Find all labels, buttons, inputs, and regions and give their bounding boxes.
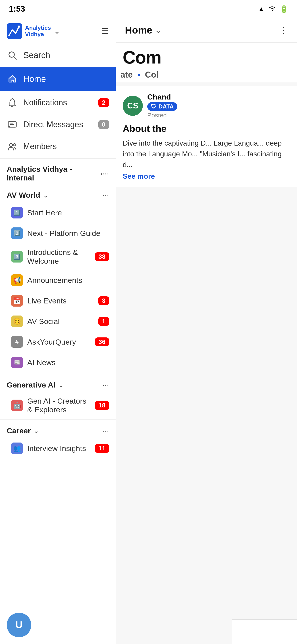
channel-start-here[interactable]: 1️⃣ Start Here bbox=[0, 202, 116, 223]
svg-rect-0 bbox=[7, 23, 22, 39]
post-card: CS Chand 🛡 DATA Posted About the Dive in… bbox=[116, 86, 297, 187]
svg-point-1 bbox=[18, 26, 20, 28]
sidebar: Analytics Vidhya ⌄ ☰ Search Home bbox=[0, 0, 116, 644]
av-internal-title-row: Analytics Vidhya - Internal › bbox=[7, 165, 102, 182]
wifi-icon bbox=[268, 5, 276, 13]
gen-ai-more-icon[interactable]: ··· bbox=[102, 380, 109, 390]
home-icon bbox=[7, 73, 18, 84]
data-badge-icon: 🛡 bbox=[151, 103, 157, 110]
community-banner: Com ate ● Col bbox=[116, 43, 297, 82]
channel-name-start-here: Start Here bbox=[27, 208, 109, 217]
channel-introductions[interactable]: 3️⃣ Introductions & Welcome 38 bbox=[0, 244, 116, 270]
channel-badge-introductions: 38 bbox=[95, 252, 109, 261]
search-icon bbox=[7, 50, 18, 61]
members-icon bbox=[7, 141, 18, 152]
career-title: Career bbox=[7, 426, 31, 435]
logo-text: Analytics Vidhya bbox=[25, 24, 51, 37]
banner-tab-ate[interactable]: ate bbox=[120, 70, 133, 80]
channel-num-1: 1️⃣ bbox=[11, 207, 23, 218]
svg-line-3 bbox=[14, 56, 16, 59]
direct-messages-label: Direct Messages bbox=[23, 120, 93, 129]
channel-next-platform[interactable]: 2️⃣ Next - Platform Guide bbox=[0, 223, 116, 244]
logo-vidhya: Vidhya bbox=[25, 31, 51, 38]
post-heading: About the bbox=[123, 124, 290, 134]
av-internal-more-icon[interactable]: ··· bbox=[102, 169, 109, 178]
svg-point-6 bbox=[13, 144, 16, 146]
banner-dot: ● bbox=[137, 72, 141, 78]
sidebar-header: Analytics Vidhya ⌄ ☰ bbox=[0, 18, 116, 44]
author-name: Chand bbox=[147, 92, 290, 101]
divider-3 bbox=[0, 420, 116, 420]
career-chevron-icon: ⌄ bbox=[33, 427, 39, 435]
notifications-item[interactable]: Notifications 2 bbox=[0, 92, 116, 114]
channel-announcements[interactable]: 📢 Announcements bbox=[0, 270, 116, 290]
direct-messages-badge: 0 bbox=[98, 120, 109, 129]
signal-icon: ▲ bbox=[258, 5, 265, 13]
search-label: Search bbox=[23, 50, 50, 60]
channel-ask-your-query[interactable]: # AskYourQuery 36 bbox=[0, 332, 116, 352]
channel-badge-live-events: 3 bbox=[98, 296, 109, 305]
home-item[interactable]: Home bbox=[0, 67, 116, 91]
see-more-button[interactable]: See more bbox=[123, 172, 290, 180]
channel-name-ask-your-query: AskYourQuery bbox=[27, 338, 90, 346]
channel-badge-ask-your-query: 36 bbox=[95, 338, 109, 346]
channel-ai-news[interactable]: 📰 AI News bbox=[0, 352, 116, 373]
av-world-title: AV World bbox=[7, 191, 40, 200]
channel-name-av-social: AV Social bbox=[27, 317, 94, 326]
notifications-badge: 2 bbox=[98, 98, 109, 107]
direct-messages-item[interactable]: Direct Messages 0 bbox=[0, 114, 116, 136]
right-header: Home ⌄ ⋮ bbox=[116, 18, 297, 43]
author-badge: 🛡 DATA bbox=[147, 102, 177, 111]
right-title-chevron-icon[interactable]: ⌄ bbox=[155, 26, 162, 35]
channel-num-ai: 📰 bbox=[11, 357, 23, 368]
post-author-row: CS Chand 🛡 DATA Posted bbox=[123, 92, 290, 119]
channel-name-announcements: Announcements bbox=[27, 276, 109, 285]
members-item[interactable]: Members bbox=[0, 136, 116, 158]
channel-live-events[interactable]: 📅 Live Events 3 bbox=[0, 290, 116, 311]
av-internal-section-header[interactable]: Analytics Vidhya - Internal › ··· bbox=[0, 160, 116, 185]
header-chevron-icon[interactable]: ⌄ bbox=[54, 26, 60, 36]
channel-num-3: 3️⃣ bbox=[11, 251, 23, 262]
user-avatar[interactable]: U bbox=[7, 613, 31, 637]
right-title: Home bbox=[125, 24, 152, 36]
status-time: 1:53 bbox=[9, 4, 25, 14]
logo[interactable]: Analytics Vidhya ⌄ bbox=[7, 23, 60, 39]
banner-tab-col[interactable]: Col bbox=[145, 70, 158, 80]
channel-name-live-events: Live Events bbox=[27, 296, 94, 305]
status-bar: 1:53 ▲ 🔋 bbox=[0, 0, 297, 18]
career-section-header[interactable]: Career ⌄ ··· bbox=[0, 420, 116, 438]
search-item[interactable]: Search bbox=[0, 44, 116, 67]
channel-name-gen-ai-creators: Gen AI - Creators & Explorers bbox=[27, 397, 90, 414]
channel-gen-ai-creators[interactable]: 🤖 Gen AI - Creators & Explorers 18 bbox=[0, 392, 116, 418]
career-more-icon[interactable]: ··· bbox=[102, 426, 109, 435]
channel-name-ai-news: AI News bbox=[27, 358, 109, 367]
members-label: Members bbox=[23, 142, 109, 151]
post-body: Dive into the captivating D... Large Lan… bbox=[123, 138, 290, 170]
channel-num-int: 👥 bbox=[11, 442, 23, 454]
gen-ai-title-row: Generative AI ⌄ bbox=[7, 380, 64, 389]
channel-name-next-platform: Next - Platform Guide bbox=[27, 229, 109, 238]
channel-av-social[interactable]: 😊 AV Social 1 bbox=[0, 311, 116, 332]
channel-num-live: 📅 bbox=[11, 295, 23, 306]
author-avatar: CS bbox=[123, 96, 143, 116]
av-world-chevron-icon: ⌄ bbox=[43, 191, 48, 199]
av-world-more-icon[interactable]: ··· bbox=[102, 190, 109, 200]
notifications-icon bbox=[7, 97, 18, 108]
av-internal-title: Analytics Vidhya - Internal bbox=[7, 165, 97, 182]
author-info: Chand 🛡 DATA Posted bbox=[147, 92, 290, 119]
av-world-section-header[interactable]: AV World ⌄ ··· bbox=[0, 185, 116, 202]
logo-icon bbox=[7, 23, 22, 39]
gen-ai-title: Generative AI bbox=[7, 380, 55, 389]
divider-1 bbox=[0, 158, 116, 158]
channel-num-gen: 🤖 bbox=[11, 400, 23, 411]
channel-badge-gen-ai-creators: 18 bbox=[95, 401, 109, 410]
post-time: Posted bbox=[147, 112, 290, 119]
bottom-nav bbox=[232, 620, 297, 644]
channel-interview-insights[interactable]: 👥 Interview Insights 11 bbox=[0, 438, 116, 459]
divider-2 bbox=[0, 374, 116, 374]
right-menu-icon[interactable]: ⋮ bbox=[279, 25, 288, 35]
hamburger-icon[interactable]: ☰ bbox=[101, 26, 109, 36]
gen-ai-section-header[interactable]: Generative AI ⌄ ··· bbox=[0, 375, 116, 392]
av-world-title-row: AV World ⌄ bbox=[7, 191, 48, 200]
svg-point-5 bbox=[9, 144, 12, 147]
